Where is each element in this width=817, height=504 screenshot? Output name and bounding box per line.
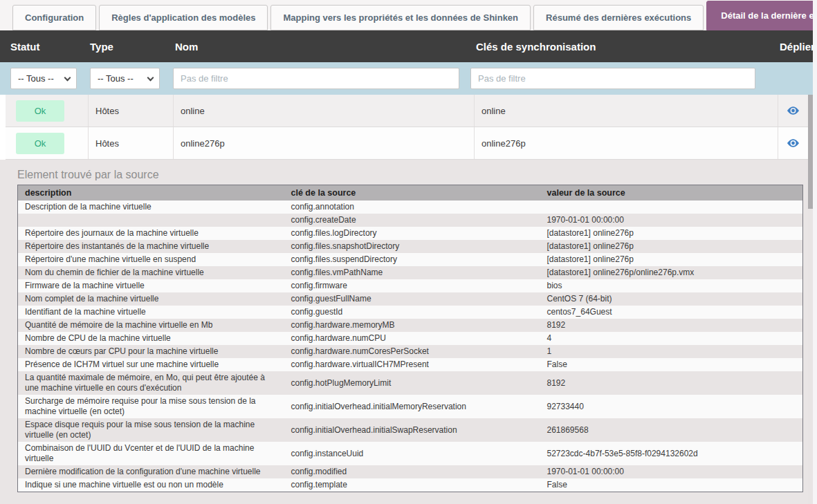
nom-filter-input[interactable] — [173, 68, 459, 89]
tab-0[interactable]: Configuration — [12, 5, 96, 30]
detail-value-cell: 92733440 — [540, 395, 803, 418]
detail-description-cell: Répertoire des instantanés de la machine… — [18, 240, 284, 253]
eye-icon — [787, 106, 799, 117]
detail-key-cell: config.hardware.numCoresPerSocket — [284, 345, 540, 358]
name-cell: online276p — [174, 127, 475, 159]
detail-key-cell: config.annotation — [284, 200, 540, 214]
detail-description-cell — [18, 214, 284, 227]
detail-row: Nombre de cœurs par CPU pour la machine … — [18, 345, 803, 358]
detail-description-cell: La quantité maximale de mémoire, en Mo, … — [18, 371, 284, 395]
detail-key-cell: config.initialOverhead.initialSwapReserv… — [284, 418, 540, 442]
detail-description-cell: Nombre de cœurs par CPU pour la machine … — [18, 345, 284, 358]
detail-value-cell: False — [540, 478, 803, 492]
detail-key-cell: config.template — [284, 478, 540, 492]
deplier-cell — [778, 127, 808, 159]
statut-filter-select[interactable]: -- Tous -- — [10, 68, 77, 89]
type-cell: Hôtes — [89, 127, 174, 159]
detail-value-cell: 261869568 — [540, 418, 803, 442]
source-element-table: description clé de la source valeur de l… — [17, 185, 803, 492]
detail-value-cell — [540, 200, 803, 214]
detail-key-cell: config.hotPlugMemoryLimit — [284, 371, 540, 395]
detail-column-source-key: clé de la source — [284, 185, 540, 201]
status-badge: Ok — [16, 133, 64, 154]
detail-value-cell: 8192 — [540, 371, 803, 395]
column-header-statut: Statut — [0, 41, 83, 53]
detail-column-description: description — [18, 185, 284, 201]
detail-value-cell: 1970-01-01 00:00:00 — [540, 465, 803, 478]
detail-key-cell: config.initialOverhead.initialMemoryRese… — [284, 395, 540, 418]
sync-key-cell: online276p — [475, 127, 778, 159]
detail-row: Nombre de CPU de la machine virtuellecon… — [18, 332, 803, 345]
detail-row: Dernière modification de la configuratio… — [18, 465, 803, 478]
detail-description-cell: Espace disque requis pour la mise sous t… — [18, 418, 284, 442]
statut-cell: Ok — [6, 95, 89, 127]
deplier-cell — [778, 95, 808, 127]
detail-key-cell: config.guestId — [284, 306, 540, 319]
tab-2[interactable]: Mapping vers les propriétés et les donné… — [270, 5, 531, 30]
column-header-cles: Clés de synchronisation — [469, 41, 773, 53]
detail-row: Répertoire d'une machine virtuelle en su… — [18, 253, 803, 266]
detail-row: Indique si une machine virtuelle est ou … — [18, 478, 803, 492]
detail-value-cell: False — [540, 358, 803, 371]
detail-row: Nom du chemin de fichier de la machine v… — [18, 266, 803, 279]
detail-row: Quantité de mémoire de la machine virtue… — [18, 319, 803, 332]
name-cell: online — [174, 95, 475, 127]
detail-key-cell: config.hardware.numCPU — [284, 332, 540, 345]
scrollbar-thumb[interactable] — [808, 95, 813, 209]
detail-row: Espace disque requis pour la mise sous t… — [18, 418, 803, 442]
detail-row: Surcharge de mémoire requise pour la mis… — [18, 395, 803, 418]
detail-row: Présence de ICH7M virtuel sur une machin… — [18, 358, 803, 371]
detail-column-source-value: valeur de la source — [540, 185, 803, 201]
source-element-section: Element trouvé par la source description… — [0, 160, 813, 504]
detail-value-cell: 52723cdc-4b7f-53e5-85f8-f0294132602d — [540, 442, 803, 465]
detail-key-cell: config.guestFullName — [284, 292, 540, 306]
section-heading: Element trouvé par la source — [17, 169, 813, 181]
detail-value-cell: 1970-01-01 00:00:00 — [540, 214, 803, 227]
detail-key-cell: config.files.snapshotDirectory — [284, 240, 540, 253]
tab-4[interactable]: Détail de la dernière exécution [5] — [706, 1, 817, 30]
status-badge: Ok — [16, 100, 64, 122]
tab-1[interactable]: Règles d'application des modèles — [99, 5, 268, 30]
column-header-type: Type — [83, 41, 168, 53]
detail-value-cell: 8192 — [540, 319, 803, 332]
detail-row: Répertoire des instantanés de la machine… — [18, 240, 803, 253]
detail-description-cell: Description de la machine virtuelle — [18, 200, 284, 214]
detail-value-cell: [datastore1] online276p — [540, 227, 803, 240]
detail-value-cell: bios — [540, 279, 803, 292]
view-row-button[interactable] — [784, 136, 802, 150]
detail-row: Description de la machine virtuelleconfi… — [18, 200, 803, 214]
tab-3[interactable]: Résumé des dernières exécutions — [533, 5, 704, 30]
detail-key-cell: config.firmware — [284, 279, 540, 292]
result-row: OkHôtesonlineonline — [6, 95, 808, 127]
column-header-deplier: Déplier — [773, 41, 817, 53]
app-window: ConfigurationRègles d'application des mo… — [0, 0, 817, 504]
detail-value-cell: centos7_64Guest — [540, 306, 803, 319]
detail-value-cell: [datastore1] online276p/online276p.vmx — [540, 266, 803, 279]
detail-key-cell: config.files.logDirectory — [284, 227, 540, 240]
detail-key-cell: config.files.suspendDirectory — [284, 253, 540, 266]
detail-table-header-row: description clé de la source valeur de l… — [18, 185, 803, 201]
execution-detail-panel: Statut Type Nom Clés de synchronisation … — [0, 30, 813, 504]
detail-key-cell: config.files.vmPathName — [284, 266, 540, 279]
detail-value-cell: [datastore1] online276p — [540, 253, 803, 266]
tab-bar: ConfigurationRègles d'application des mo… — [0, 0, 817, 30]
vertical-scrollbar[interactable] — [808, 95, 813, 504]
detail-row: La quantité maximale de mémoire, en Mo, … — [18, 371, 803, 395]
detail-key-cell: config.createDate — [284, 214, 540, 227]
detail-row: Identifiant de la machine virtuelleconfi… — [18, 306, 803, 319]
detail-key-cell: config.instanceUuid — [284, 442, 540, 465]
eye-icon — [787, 139, 799, 149]
type-filter-select[interactable]: -- Tous -- — [90, 68, 160, 89]
detail-key-cell: config.hardware.memoryMB — [284, 319, 540, 332]
detail-description-cell: Nom complet de la machine virtuelle — [18, 292, 284, 306]
detail-description-cell: Surcharge de mémoire requise pour la mis… — [18, 395, 284, 418]
view-row-button[interactable] — [784, 104, 802, 118]
detail-row: Nom complet de la machine virtuelleconfi… — [18, 292, 803, 306]
detail-key-cell: config.modified — [284, 465, 540, 478]
detail-description-cell: Présence de ICH7M virtuel sur une machin… — [18, 358, 284, 371]
results-table-header: Statut Type Nom Clés de synchronisation … — [0, 30, 813, 62]
statut-cell: Ok — [6, 127, 89, 159]
cles-filter-input[interactable] — [470, 68, 755, 89]
detail-value-cell: 1 — [540, 345, 803, 358]
sync-key-cell: online — [475, 95, 778, 127]
